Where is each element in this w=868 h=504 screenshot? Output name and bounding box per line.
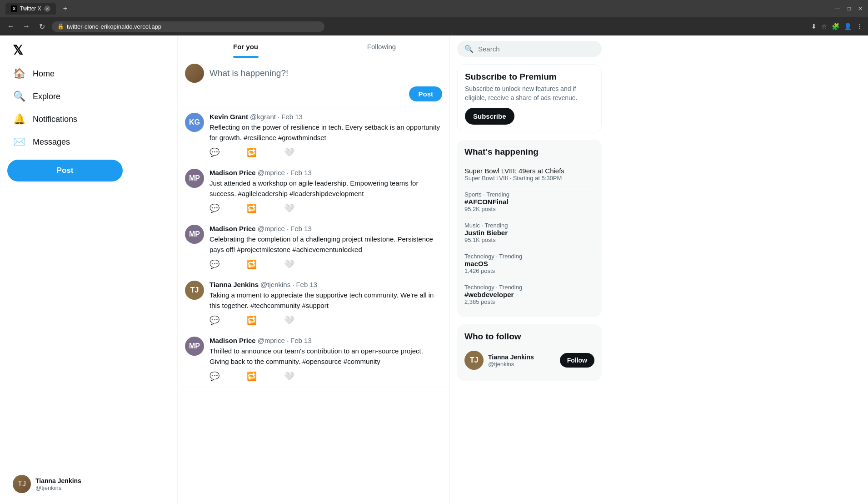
trend-count: 95.1K posts [464, 237, 594, 243]
tweet-author-handle: @mprice [258, 225, 285, 232]
bookmark-icon[interactable]: ☆ [821, 23, 827, 30]
premium-card: Subscribe to Premium Subscribe to unlock… [457, 64, 602, 132]
search-input[interactable] [478, 45, 594, 53]
minimize-button[interactable]: — [835, 5, 840, 12]
right-sidebar: 🔍 Subscribe to Premium Subscribe to unlo… [450, 35, 609, 504]
tweet-header: Tianna Jenkins @tjenkins · Feb 13 [210, 281, 442, 288]
extensions-icon[interactable]: 🧩 [832, 23, 839, 30]
trend-meta: Music · Trending [464, 222, 594, 229]
tweet-item[interactable]: MP Madison Price @mprice · Feb 13 Just a… [178, 163, 449, 219]
tweet-date: Feb 13 [281, 113, 303, 121]
compose-post-button[interactable]: Post [409, 86, 442, 101]
browser-tab[interactable]: X Twitter X ✕ [5, 3, 56, 15]
trend-meta: Technology · Trending [464, 253, 594, 260]
menu-icon[interactable]: ⋮ [856, 23, 863, 30]
tweet-content: Tianna Jenkins @tjenkins · Feb 13 Taking… [210, 281, 442, 325]
tweet-author-name: Madison Price [210, 169, 256, 176]
like-button[interactable]: 🤍 [284, 371, 294, 381]
home-icon: 🏠 [13, 68, 25, 80]
trend-item-bieber[interactable]: Music · Trending Justin Bieber 95.1K pos… [464, 217, 594, 248]
sidebar-item-notifications-label: Notifications [33, 115, 77, 124]
sidebar-item-home-label: Home [33, 69, 55, 79]
tab-close-button[interactable]: ✕ [44, 5, 50, 12]
sidebar-item-notifications[interactable]: 🔔 Notifications [7, 109, 170, 130]
like-button[interactable]: 🤍 [284, 259, 294, 269]
retweet-button[interactable]: 🔁 [247, 371, 257, 381]
sidebar-item-explore-label: Explore [33, 92, 60, 101]
compose-avatar [185, 64, 204, 83]
reply-button[interactable]: 💬 [210, 259, 219, 269]
like-button[interactable]: 🤍 [284, 203, 294, 213]
subscribe-button[interactable]: Subscribe [465, 108, 514, 125]
reply-button[interactable]: 💬 [210, 371, 219, 381]
user-name: Tianna Jenkins [35, 477, 81, 484]
user-profile[interactable]: TJ Tianna Jenkins @tjenkins [7, 471, 87, 497]
tweet-date: Feb 13 [290, 169, 312, 176]
tweet-author-handle: @mprice [258, 337, 285, 344]
who-to-follow-title: Who to follow [464, 332, 594, 342]
trend-name: #webdeveloper [464, 291, 594, 298]
trend-item-webdev[interactable]: Technology · Trending #webdeveloper 2,38… [464, 279, 594, 310]
sidebar-item-messages-label: Messages [33, 137, 70, 147]
like-button[interactable]: 🤍 [284, 147, 294, 157]
avatar-placeholder: MP [185, 169, 204, 188]
retweet-button[interactable]: 🔁 [247, 315, 257, 325]
post-button[interactable]: Post [7, 160, 123, 181]
trend-item-macos[interactable]: Technology · Trending macOS 1,426 posts [464, 248, 594, 279]
compose-placeholder[interactable]: What is happening?! [210, 64, 442, 83]
tweet-item[interactable]: KG Kevin Grant @kgrant · Feb 13 Reflecti… [178, 107, 449, 163]
follow-avatar: TJ [464, 351, 484, 370]
reply-button[interactable]: 💬 [210, 315, 219, 325]
trend-item-afcon[interactable]: Sports · Trending #AFCONFinal 95.2K post… [464, 186, 594, 217]
retweet-button[interactable]: 🔁 [247, 147, 257, 157]
follow-avatar-img: TJ [464, 351, 484, 370]
bell-icon: 🔔 [13, 113, 25, 125]
window-controls: — □ ✕ [835, 5, 863, 12]
close-window-button[interactable]: ✕ [858, 5, 863, 12]
tab-title: Twitter X [20, 5, 41, 12]
reply-button[interactable]: 💬 [210, 147, 219, 157]
tweet-item[interactable]: TJ Tianna Jenkins @tjenkins · Feb 13 Tak… [178, 275, 449, 331]
download-icon[interactable]: ⬇ [811, 23, 817, 30]
premium-desc: Subscribe to unlock new features and if … [465, 85, 594, 102]
profile-icon[interactable]: 👤 [844, 23, 852, 30]
tweet-actions: 💬 🔁 🤍 [210, 203, 442, 213]
user-avatar: TJ [13, 475, 31, 493]
trend-special-label: Super Bowl LVIII: 49ers at Chiefs [464, 167, 594, 175]
new-tab-button[interactable]: + [60, 3, 71, 15]
sidebar-item-explore[interactable]: 🔍 Explore [7, 86, 170, 107]
sidebar: 𝕏 🏠 Home 🔍 Explore 🔔 Notifications ✉️ Me… [0, 35, 177, 504]
search-icon: 🔍 [464, 45, 474, 53]
tweet-header: Madison Price @mprice · Feb 13 [210, 169, 442, 176]
sidebar-item-home[interactable]: 🏠 Home [7, 63, 170, 84]
premium-title: Subscribe to Premium [465, 72, 594, 82]
reload-button[interactable]: ↻ [36, 22, 47, 31]
tweet-date: Feb 13 [290, 337, 312, 344]
tweet-date: Feb 13 [296, 281, 317, 288]
search-box[interactable]: 🔍 [457, 41, 602, 57]
sidebar-item-messages[interactable]: ✉️ Messages [7, 131, 170, 152]
address-bar[interactable]: 🔒 twitter-clone-erikopinaldo.vercel.app [52, 21, 324, 32]
explore-icon: 🔍 [13, 91, 25, 102]
maximize-button[interactable]: □ [848, 5, 851, 12]
tweet-date: Feb 13 [290, 225, 312, 232]
trend-item-superbowl[interactable]: Super Bowl LVIII: 49ers at Chiefs Super … [464, 162, 594, 186]
follow-button[interactable]: Follow [560, 353, 594, 368]
tab-for-you[interactable]: For you [178, 35, 314, 58]
tweet-actions: 💬 🔁 🤍 [210, 371, 442, 381]
tweet-text: Celebrating the completion of a challeng… [210, 234, 442, 255]
tweet-item[interactable]: MP Madison Price @mprice · Feb 13 Celebr… [178, 219, 449, 275]
tweet-separator: · [287, 225, 289, 232]
tweet-author-name: Madison Price [210, 337, 256, 344]
forward-button[interactable]: → [21, 22, 32, 30]
whats-happening: What's happening Super Bowl LVIII: 49ers… [457, 140, 602, 317]
tweet-item[interactable]: MP Madison Price @mprice · Feb 13 Thrill… [178, 331, 449, 387]
back-button[interactable]: ← [5, 22, 16, 30]
compose-area: What is happening?! Post [178, 58, 449, 107]
reply-button[interactable]: 💬 [210, 203, 219, 213]
like-button[interactable]: 🤍 [284, 315, 294, 325]
retweet-button[interactable]: 🔁 [247, 259, 257, 269]
retweet-button[interactable]: 🔁 [247, 203, 257, 213]
tab-following[interactable]: Following [314, 35, 449, 58]
twitter-logo[interactable]: 𝕏 [7, 39, 170, 61]
